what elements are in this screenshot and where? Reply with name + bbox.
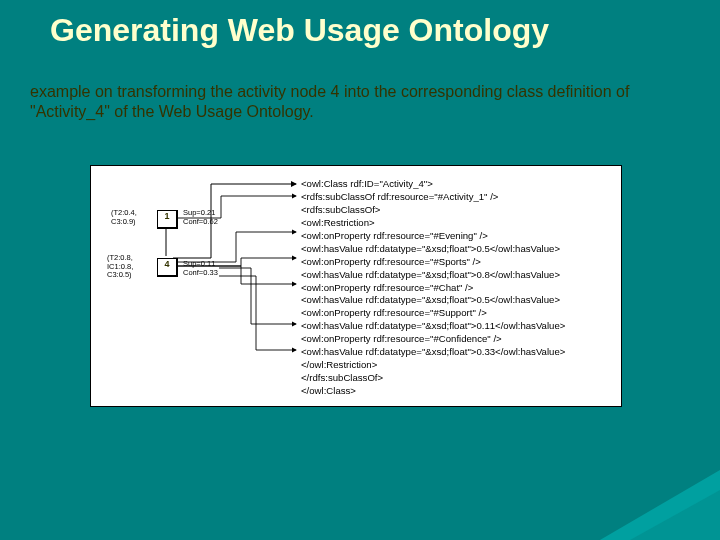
owl-class-definition: <owl:Class rdf:ID="Activity_4"> <rdfs:su… <box>301 178 565 398</box>
owl-line: <rdfs:subClassOf rdf:resource="#Activity… <box>301 191 565 204</box>
node-1: 1 <box>157 210 178 229</box>
node4-right-label: Sup=0.11 Conf=0.33 <box>183 260 218 277</box>
owl-line: <owl:hasValue rdf:datatype="&xsd;float">… <box>301 269 565 282</box>
node1-left-label: (T2:0.4, C3:0.9) <box>111 209 137 226</box>
owl-line: </owl:Restriction> <box>301 359 565 372</box>
node-4: 4 <box>157 258 178 277</box>
owl-line: <owl:hasValue rdf:datatype="&xsd;float">… <box>301 320 565 333</box>
owl-line: <owl:onProperty rdf:resource="#Support" … <box>301 307 565 320</box>
slide: Generating Web Usage Ontology example on… <box>0 0 720 540</box>
owl-line: </owl:Class> <box>301 385 565 398</box>
page-title: Generating Web Usage Ontology <box>50 12 670 49</box>
node1-right-label: Sup=0.21 Conf=0.62 <box>183 209 218 226</box>
owl-line: <owl:hasValue rdf:datatype="&xsd;float">… <box>301 294 565 307</box>
node4-left-label: (T2:0.8, IC1:0.8, C3:0.5) <box>107 254 133 280</box>
corner-decoration-inner <box>630 490 720 540</box>
owl-line: <owl:hasValue rdf:datatype="&xsd;float">… <box>301 243 565 256</box>
owl-line: <owl:onProperty rdf:resource="#Evening" … <box>301 230 565 243</box>
owl-line: <owl:onProperty rdf:resource="#Confidenc… <box>301 333 565 346</box>
owl-line: <rdfs:subClassOf> <box>301 204 565 217</box>
owl-line: <owl:hasValue rdf:datatype="&xsd;float">… <box>301 346 565 359</box>
page-subtitle: example on transforming the activity nod… <box>30 82 670 122</box>
owl-line: <owl:onProperty rdf:resource="#Chat" /> <box>301 282 565 295</box>
owl-line: <owl:Class rdf:ID="Activity_4"> <box>301 178 565 191</box>
diagram-figure: (T2:0.4, C3:0.9) 1 Sup=0.21 Conf=0.62 (T… <box>90 165 622 407</box>
owl-line: </rdfs:subClassOf> <box>301 372 565 385</box>
owl-line: <owl:Restriction> <box>301 217 565 230</box>
owl-line: <owl:onProperty rdf:resource="#Sports" /… <box>301 256 565 269</box>
